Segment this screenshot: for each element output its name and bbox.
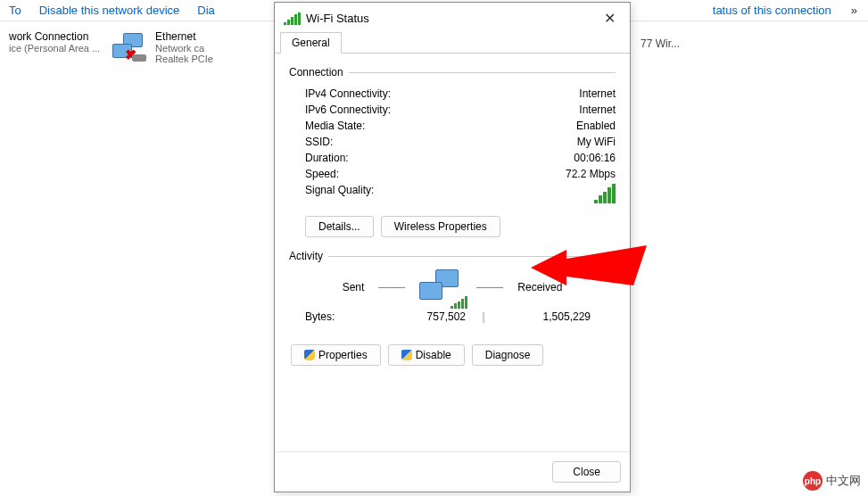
connection-subtitle: ice (Personal Area ... bbox=[9, 43, 100, 54]
bytes-row: Bytes: 757,502 | 1,505,229 bbox=[289, 310, 616, 323]
ethernet-icon: ✖ bbox=[111, 31, 148, 63]
connection-item-ethernet[interactable]: ✖ Ethernet Network ca Realtek PCIe bbox=[111, 30, 213, 64]
row-duration: Duration:00:06:16 bbox=[289, 150, 616, 166]
details-button[interactable]: Details... bbox=[305, 216, 374, 237]
activity-signal-icon bbox=[451, 296, 467, 309]
shield-icon bbox=[304, 350, 315, 360]
diagnose-button[interactable]: Diagnose bbox=[472, 344, 544, 366]
wifi-bars-icon bbox=[284, 12, 301, 25]
php-badge-icon: php bbox=[803, 471, 823, 491]
row-media-state: Media State:Enabled bbox=[289, 118, 616, 134]
row-ipv4: IPv4 Connectivity:Internet bbox=[289, 86, 616, 102]
wifi-adapter-truncated: 77 Wir... bbox=[641, 37, 680, 50]
wireless-properties-button[interactable]: Wireless Properties bbox=[381, 216, 500, 237]
cmd-to[interactable]: To bbox=[9, 4, 21, 17]
row-ipv6: IPv6 Connectivity:Internet bbox=[289, 102, 616, 118]
watermark: php 中文网 bbox=[803, 471, 861, 491]
cmd-disable-device[interactable]: Disable this network device bbox=[39, 4, 180, 17]
bytes-label: Bytes: bbox=[305, 310, 376, 323]
overflow-chevron[interactable]: » bbox=[849, 4, 859, 17]
row-signal-quality: Signal Quality: bbox=[289, 182, 616, 205]
activity-group-header: Activity bbox=[289, 250, 616, 262]
row-ssid: SSID:My WiFi bbox=[289, 134, 616, 150]
activity-graphic: Sent Received bbox=[289, 269, 616, 305]
connection-title: work Connection bbox=[9, 30, 100, 43]
shield-icon bbox=[401, 350, 412, 360]
received-label: Received bbox=[517, 281, 562, 293]
dialog-title: Wi-Fi Status bbox=[306, 12, 593, 25]
connection-title: Ethernet bbox=[155, 30, 213, 43]
bytes-separator: | bbox=[466, 310, 501, 323]
titlebar: Wi-Fi Status ✕ bbox=[275, 3, 630, 32]
signal-bars-icon bbox=[594, 184, 616, 203]
activity-computers-icon bbox=[419, 269, 462, 305]
cmd-dia[interactable]: Dia bbox=[197, 4, 215, 17]
connection-item-bluetooth[interactable]: work Connection ice (Personal Area ... bbox=[9, 30, 100, 64]
disable-button[interactable]: Disable bbox=[388, 344, 465, 366]
bytes-received-value: 1,505,229 bbox=[501, 310, 591, 323]
dialog-footer: Close bbox=[275, 451, 630, 492]
wifi-status-dialog: Wi-Fi Status ✕ General Connection IPv4 C… bbox=[274, 2, 631, 492]
close-button[interactable]: ✕ bbox=[599, 10, 621, 27]
cmd-status[interactable]: tatus of this connection bbox=[713, 4, 831, 17]
properties-button[interactable]: Properties bbox=[291, 344, 381, 366]
close-dialog-button[interactable]: Close bbox=[552, 461, 621, 483]
connection-item-wifi-truncated[interactable]: 77 Wir... bbox=[641, 37, 680, 50]
row-speed: Speed:72.2 Mbps bbox=[289, 166, 616, 182]
watermark-text: 中文网 bbox=[826, 473, 861, 489]
connection-group-header: Connection bbox=[289, 66, 616, 79]
connection-subtitle: Network ca bbox=[155, 43, 213, 54]
tab-strip: General bbox=[275, 32, 630, 54]
tab-general[interactable]: General bbox=[280, 32, 342, 54]
bytes-sent-value: 757,502 bbox=[376, 310, 466, 323]
connection-adapter: Realtek PCIe bbox=[155, 54, 213, 64]
sent-label: Sent bbox=[343, 281, 365, 293]
